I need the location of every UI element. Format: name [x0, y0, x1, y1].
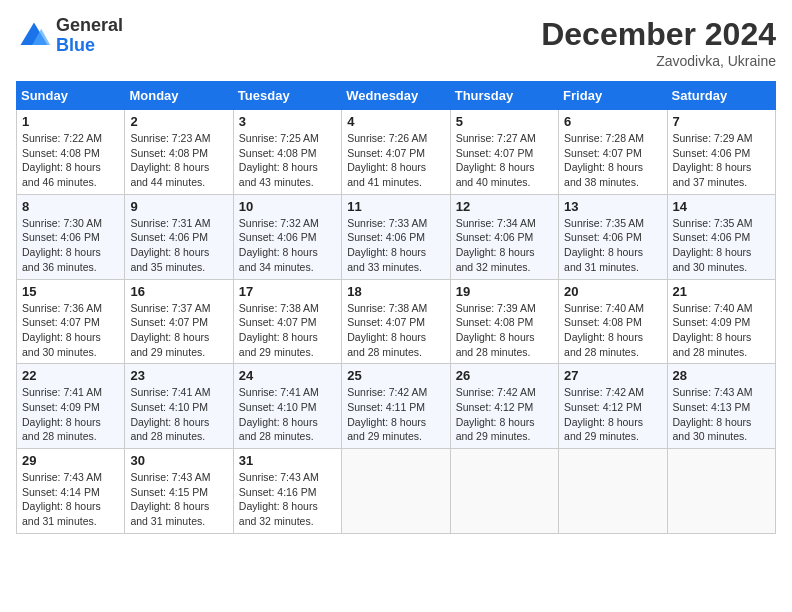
day-number: 31 [239, 453, 336, 468]
day-number: 16 [130, 284, 227, 299]
day-info: Sunrise: 7:39 AMSunset: 4:08 PMDaylight:… [456, 301, 553, 360]
calendar-cell: 13 Sunrise: 7:35 AMSunset: 4:06 PMDaylig… [559, 194, 667, 279]
calendar-cell: 29 Sunrise: 7:43 AMSunset: 4:14 PMDaylig… [17, 449, 125, 534]
day-info: Sunrise: 7:32 AMSunset: 4:06 PMDaylight:… [239, 216, 336, 275]
day-number: 26 [456, 368, 553, 383]
calendar-cell: 14 Sunrise: 7:35 AMSunset: 4:06 PMDaylig… [667, 194, 775, 279]
day-number: 24 [239, 368, 336, 383]
calendar-cell: 30 Sunrise: 7:43 AMSunset: 4:15 PMDaylig… [125, 449, 233, 534]
calendar-cell: 28 Sunrise: 7:43 AMSunset: 4:13 PMDaylig… [667, 364, 775, 449]
calendar-cell: 1 Sunrise: 7:22 AMSunset: 4:08 PMDayligh… [17, 110, 125, 195]
calendar-cell: 31 Sunrise: 7:43 AMSunset: 4:16 PMDaylig… [233, 449, 341, 534]
day-info: Sunrise: 7:42 AMSunset: 4:11 PMDaylight:… [347, 385, 444, 444]
day-number: 19 [456, 284, 553, 299]
calendar-cell: 2 Sunrise: 7:23 AMSunset: 4:08 PMDayligh… [125, 110, 233, 195]
calendar-cell: 17 Sunrise: 7:38 AMSunset: 4:07 PMDaylig… [233, 279, 341, 364]
week-row-4: 22 Sunrise: 7:41 AMSunset: 4:09 PMDaylig… [17, 364, 776, 449]
day-info: Sunrise: 7:22 AMSunset: 4:08 PMDaylight:… [22, 131, 119, 190]
calendar-cell: 27 Sunrise: 7:42 AMSunset: 4:12 PMDaylig… [559, 364, 667, 449]
week-row-5: 29 Sunrise: 7:43 AMSunset: 4:14 PMDaylig… [17, 449, 776, 534]
day-number: 29 [22, 453, 119, 468]
day-header-thursday: Thursday [450, 82, 558, 110]
day-number: 15 [22, 284, 119, 299]
calendar-cell: 26 Sunrise: 7:42 AMSunset: 4:12 PMDaylig… [450, 364, 558, 449]
day-header-sunday: Sunday [17, 82, 125, 110]
day-info: Sunrise: 7:42 AMSunset: 4:12 PMDaylight:… [456, 385, 553, 444]
week-row-3: 15 Sunrise: 7:36 AMSunset: 4:07 PMDaylig… [17, 279, 776, 364]
day-number: 20 [564, 284, 661, 299]
day-info: Sunrise: 7:38 AMSunset: 4:07 PMDaylight:… [239, 301, 336, 360]
day-info: Sunrise: 7:27 AMSunset: 4:07 PMDaylight:… [456, 131, 553, 190]
logo-line1: General [56, 16, 123, 36]
day-number: 23 [130, 368, 227, 383]
day-info: Sunrise: 7:41 AMSunset: 4:09 PMDaylight:… [22, 385, 119, 444]
day-info: Sunrise: 7:30 AMSunset: 4:06 PMDaylight:… [22, 216, 119, 275]
calendar-cell: 12 Sunrise: 7:34 AMSunset: 4:06 PMDaylig… [450, 194, 558, 279]
day-info: Sunrise: 7:43 AMSunset: 4:15 PMDaylight:… [130, 470, 227, 529]
day-number: 3 [239, 114, 336, 129]
month-title: December 2024 [541, 16, 776, 53]
calendar-cell: 19 Sunrise: 7:39 AMSunset: 4:08 PMDaylig… [450, 279, 558, 364]
day-info: Sunrise: 7:42 AMSunset: 4:12 PMDaylight:… [564, 385, 661, 444]
day-number: 8 [22, 199, 119, 214]
week-row-2: 8 Sunrise: 7:30 AMSunset: 4:06 PMDayligh… [17, 194, 776, 279]
calendar-cell [559, 449, 667, 534]
day-info: Sunrise: 7:23 AMSunset: 4:08 PMDaylight:… [130, 131, 227, 190]
day-number: 6 [564, 114, 661, 129]
day-number: 17 [239, 284, 336, 299]
day-number: 9 [130, 199, 227, 214]
day-info: Sunrise: 7:41 AMSunset: 4:10 PMDaylight:… [130, 385, 227, 444]
day-info: Sunrise: 7:29 AMSunset: 4:06 PMDaylight:… [673, 131, 770, 190]
calendar-cell: 16 Sunrise: 7:37 AMSunset: 4:07 PMDaylig… [125, 279, 233, 364]
day-header-monday: Monday [125, 82, 233, 110]
day-info: Sunrise: 7:35 AMSunset: 4:06 PMDaylight:… [673, 216, 770, 275]
day-info: Sunrise: 7:38 AMSunset: 4:07 PMDaylight:… [347, 301, 444, 360]
calendar-cell: 4 Sunrise: 7:26 AMSunset: 4:07 PMDayligh… [342, 110, 450, 195]
calendar-cell: 24 Sunrise: 7:41 AMSunset: 4:10 PMDaylig… [233, 364, 341, 449]
day-info: Sunrise: 7:43 AMSunset: 4:14 PMDaylight:… [22, 470, 119, 529]
calendar-table: SundayMondayTuesdayWednesdayThursdayFrid… [16, 81, 776, 534]
calendar-cell [450, 449, 558, 534]
calendar-cell: 6 Sunrise: 7:28 AMSunset: 4:07 PMDayligh… [559, 110, 667, 195]
day-number: 27 [564, 368, 661, 383]
logo-line2: Blue [56, 36, 123, 56]
location-subtitle: Zavodivka, Ukraine [541, 53, 776, 69]
day-number: 25 [347, 368, 444, 383]
day-number: 18 [347, 284, 444, 299]
calendar-header-row: SundayMondayTuesdayWednesdayThursdayFrid… [17, 82, 776, 110]
calendar-cell: 10 Sunrise: 7:32 AMSunset: 4:06 PMDaylig… [233, 194, 341, 279]
day-info: Sunrise: 7:34 AMSunset: 4:06 PMDaylight:… [456, 216, 553, 275]
day-number: 22 [22, 368, 119, 383]
calendar-cell: 7 Sunrise: 7:29 AMSunset: 4:06 PMDayligh… [667, 110, 775, 195]
calendar-cell: 11 Sunrise: 7:33 AMSunset: 4:06 PMDaylig… [342, 194, 450, 279]
calendar-cell: 21 Sunrise: 7:40 AMSunset: 4:09 PMDaylig… [667, 279, 775, 364]
day-number: 2 [130, 114, 227, 129]
day-info: Sunrise: 7:43 AMSunset: 4:16 PMDaylight:… [239, 470, 336, 529]
day-number: 10 [239, 199, 336, 214]
day-number: 12 [456, 199, 553, 214]
day-info: Sunrise: 7:41 AMSunset: 4:10 PMDaylight:… [239, 385, 336, 444]
day-header-wednesday: Wednesday [342, 82, 450, 110]
day-info: Sunrise: 7:31 AMSunset: 4:06 PMDaylight:… [130, 216, 227, 275]
day-info: Sunrise: 7:33 AMSunset: 4:06 PMDaylight:… [347, 216, 444, 275]
calendar-cell: 18 Sunrise: 7:38 AMSunset: 4:07 PMDaylig… [342, 279, 450, 364]
day-header-saturday: Saturday [667, 82, 775, 110]
day-header-tuesday: Tuesday [233, 82, 341, 110]
logo: General Blue [16, 16, 123, 56]
week-row-1: 1 Sunrise: 7:22 AMSunset: 4:08 PMDayligh… [17, 110, 776, 195]
calendar-cell: 5 Sunrise: 7:27 AMSunset: 4:07 PMDayligh… [450, 110, 558, 195]
day-header-friday: Friday [559, 82, 667, 110]
day-number: 28 [673, 368, 770, 383]
calendar-cell: 20 Sunrise: 7:40 AMSunset: 4:08 PMDaylig… [559, 279, 667, 364]
day-number: 5 [456, 114, 553, 129]
day-number: 4 [347, 114, 444, 129]
day-number: 30 [130, 453, 227, 468]
calendar-cell [667, 449, 775, 534]
day-info: Sunrise: 7:36 AMSunset: 4:07 PMDaylight:… [22, 301, 119, 360]
day-info: Sunrise: 7:40 AMSunset: 4:08 PMDaylight:… [564, 301, 661, 360]
day-number: 11 [347, 199, 444, 214]
day-number: 1 [22, 114, 119, 129]
calendar-cell: 22 Sunrise: 7:41 AMSunset: 4:09 PMDaylig… [17, 364, 125, 449]
day-info: Sunrise: 7:25 AMSunset: 4:08 PMDaylight:… [239, 131, 336, 190]
day-number: 7 [673, 114, 770, 129]
